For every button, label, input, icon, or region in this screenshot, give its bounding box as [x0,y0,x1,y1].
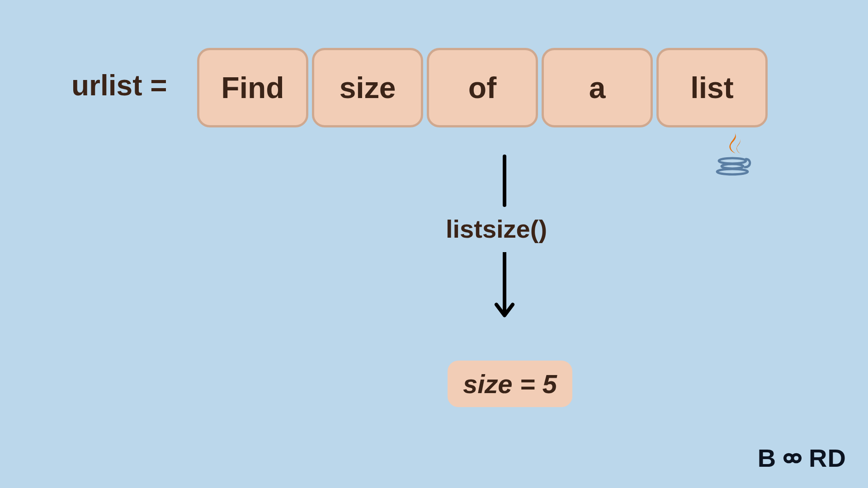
list-item: size [312,48,423,127]
list-item: Find [197,48,308,127]
list-row: Find size of a list [197,48,768,127]
list-item: list [656,48,768,127]
infinity-icon [777,449,808,467]
brand-left: B [758,443,776,473]
function-label: listsize() [446,214,547,244]
list-item: a [542,48,653,127]
variable-label: urlist = [71,69,167,102]
arrow-down-icon [493,252,516,324]
brand-logo: B RD [758,443,846,473]
list-item: of [427,48,538,127]
diagram-stage: urlist = Find size of a list listsize() … [0,0,868,488]
svg-point-3 [717,169,748,174]
brand-right: RD [809,443,846,473]
java-icon [714,131,753,176]
result-pill: size = 5 [448,361,572,407]
svg-point-1 [719,158,746,164]
connector-line-top [503,155,506,207]
